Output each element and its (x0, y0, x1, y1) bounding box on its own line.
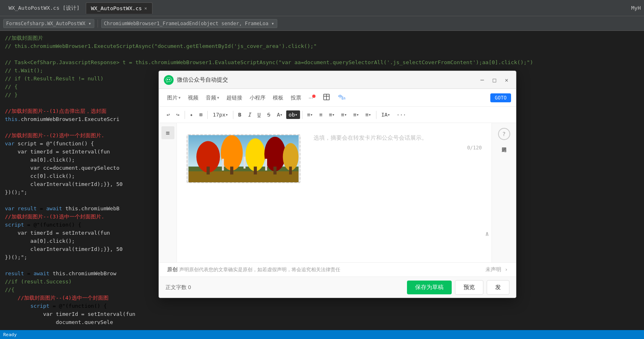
cover-row: 选填，摘要会在转发卡片和公众号会话展示。 0/120 (187, 134, 482, 188)
maximize-button[interactable]: □ (490, 76, 499, 84)
svg-rect-12 (207, 166, 210, 174)
miniprogram-button[interactable]: 小程序 (246, 93, 269, 103)
svg-point-0 (167, 79, 168, 80)
code-line-1: //加载封面图片 (0, 34, 644, 42)
toolbar-separator (98, 19, 98, 28)
toolbar-dropdown-left[interactable]: FormsCefsharp.WX_AutoPostWX ▾ (3, 19, 94, 28)
svg-point-13 (221, 135, 243, 171)
svg-point-15 (246, 138, 265, 171)
font-size-adjust-button[interactable]: IA▾ (379, 110, 393, 119)
dialog-toolbar: 图片▾ 视频 音频▾ 超链接 小程序 模板 投票 ··· (159, 89, 516, 107)
dialog-titlebar: 微信公众号自动提交 ─ □ ✕ (159, 71, 516, 89)
wechat-dialog: 微信公众号自动提交 ─ □ ✕ 图片▾ 视频 音频▾ 超链接 小程序 模板 投票 (159, 71, 516, 298)
tab-design[interactable]: WX_AutoPostWX.cs [设计] (3, 2, 85, 14)
ft-divider-2 (207, 111, 208, 119)
list-panel-button[interactable]: ≡ (161, 126, 174, 139)
status-bar: Ready (0, 330, 644, 339)
template-button[interactable]: 模板 (270, 93, 287, 103)
close-button[interactable]: ✕ (502, 76, 511, 84)
ide-titlebar: WX_AutoPostWX.cs [设计] WX_AutoPostWX.cs ✕… (0, 0, 644, 16)
align-right-button[interactable]: ≡▾ (326, 110, 337, 119)
minimize-button[interactable]: ─ (478, 76, 487, 84)
svg-point-1 (169, 79, 170, 80)
original-description: 声明原创代表您的文章确实是原创，如若虚假声明，将会追究相关法律责任 (179, 266, 340, 273)
list-button[interactable]: ≡▾ (363, 110, 374, 119)
strikethrough-button[interactable]: S (264, 110, 273, 119)
word-count: 正文字数 0 (165, 284, 191, 291)
wechat-logo (164, 75, 174, 85)
code-line-2: // this.chromiumWebBrowser1.ExecuteScrip… (0, 42, 644, 50)
editor-area[interactable]: 选填，摘要会在转发卡片和公众号会话展示。 0/120 (177, 123, 492, 262)
svg-point-19 (283, 143, 299, 171)
image-arrow-icon: ▾ (178, 95, 181, 100)
undeclared-link[interactable]: 未声明 › (485, 266, 508, 273)
code-line-3 (0, 50, 644, 58)
bold-button[interactable]: B (235, 110, 244, 119)
font-size-select[interactable]: 17px▾ (210, 110, 231, 119)
preview-button[interactable]: 预览 (455, 280, 483, 295)
hyperlink-button[interactable]: 超链接 (223, 93, 246, 103)
right-panel: ? 遇到问题 (492, 123, 516, 262)
svg-rect-9 (189, 171, 299, 182)
original-label: 原创 (167, 266, 178, 273)
justify-button[interactable]: ≡▾ (338, 110, 350, 119)
svg-rect-22 (244, 157, 246, 168)
redo-button[interactable]: ↪ (174, 110, 183, 119)
close-tab-icon[interactable]: ✕ (144, 6, 147, 11)
table-format-button[interactable]: ⊞ (196, 110, 205, 119)
font-color-button[interactable]: A▾ (274, 110, 285, 119)
ft-divider-3 (233, 111, 233, 119)
chevron-down-icon: ▾ (88, 21, 91, 26)
cover-image-container[interactable] (187, 134, 300, 183)
highlight-color-button[interactable]: ob▾ (286, 110, 300, 119)
svg-rect-18 (273, 166, 276, 174)
code-line-4: // Task<CefSharp.JavascriptResponse> t =… (0, 58, 644, 67)
svg-rect-23 (265, 159, 267, 171)
image-button[interactable]: 图片▾ (164, 93, 184, 103)
code-line-35: var timerId = setInterval(fun (0, 310, 644, 318)
align-left-button[interactable]: ≡▾ (305, 110, 316, 119)
excerpt-placeholder: 选填，摘要会在转发卡片和公众号会话展示。 (313, 134, 482, 142)
ft-divider-4 (302, 111, 302, 119)
indent-button[interactable]: ≡▾ (350, 110, 362, 119)
vote-button[interactable]: 投票 (287, 93, 305, 103)
italic-button[interactable]: I (245, 110, 254, 119)
svg-text:En: En (342, 97, 346, 100)
svg-rect-16 (254, 166, 257, 174)
translate-icon-button[interactable]: 中 En (334, 91, 349, 104)
excerpt-counter: 0/120 (313, 145, 482, 151)
excerpt-area[interactable]: 选填，摘要会在转发卡片和公众号会话展示。 0/120 (305, 134, 482, 188)
goto-button[interactable]: GOTO (490, 93, 511, 102)
underline-button[interactable]: U (255, 110, 263, 119)
format-toolbar: ↩ ↪ ✦ ⊞ 17px▾ B I U S A▾ ob▾ ≡▾ ≡ ≡▾ ≡▾ … (159, 107, 516, 123)
svg-rect-20 (289, 166, 292, 174)
svg-point-17 (264, 137, 285, 171)
original-row: 原创 声明原创代表您的文章确实是原创，如若虚假声明，将会追究相关法律责任 未声明… (159, 262, 516, 276)
video-button[interactable]: 视频 (185, 93, 202, 103)
ide-toolbar: FormsCefsharp.WX_AutoPostWX ▾ ChromiumWe… (0, 16, 644, 31)
align-center-button[interactable]: ≡ (316, 110, 325, 119)
ft-divider-5 (376, 111, 376, 119)
dialog-controls: ─ □ ✕ (478, 76, 511, 84)
left-panel: ≡ (159, 123, 177, 262)
save-draft-button[interactable]: 保存为草稿 (407, 281, 452, 294)
svg-rect-21 (222, 159, 224, 171)
table-icon-button[interactable] (320, 92, 333, 104)
dialog-content-area: ≡ (159, 123, 516, 262)
more-format-button[interactable]: ··· (394, 110, 409, 119)
svg-rect-14 (230, 166, 233, 174)
code-line-34: script = @"(function() { (0, 302, 644, 310)
audio-button[interactable]: 音频▾ (202, 93, 222, 103)
notification-dot (312, 95, 315, 98)
more-button[interactable]: ··· (305, 93, 319, 102)
publish-button[interactable]: 发 (487, 280, 509, 295)
help-button[interactable]: ? (498, 128, 510, 140)
audio-arrow-icon: ▾ (217, 95, 219, 100)
chevron-down-icon-2: ▾ (271, 21, 274, 26)
highlight-button[interactable]: ✦ (187, 110, 196, 119)
undo-button[interactable]: ↩ (164, 110, 173, 119)
toolbar-dropdown-right[interactable]: ChromiumWebBrowser1_FrameLoadEnd(object … (101, 19, 277, 28)
collapse-button[interactable]: ∧ (485, 230, 489, 238)
tab-code[interactable]: WX_AutoPostWX.cs ✕ (86, 2, 152, 14)
ide-top-right: MyH (631, 5, 641, 11)
